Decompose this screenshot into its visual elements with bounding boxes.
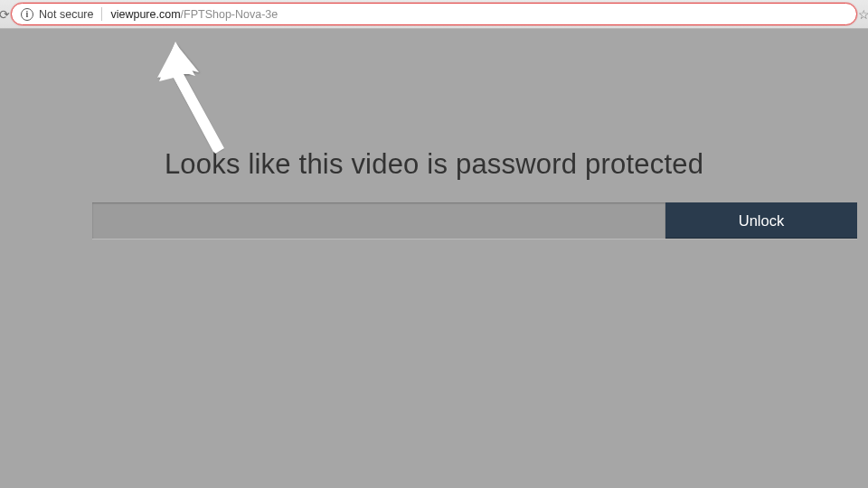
page-content: Looks like this video is password protec…: [0, 29, 868, 488]
unlock-form: Unlock: [92, 202, 857, 239]
svg-marker-2: [165, 43, 190, 74]
info-icon[interactable]: i: [21, 8, 33, 21]
svg-marker-1: [157, 43, 175, 78]
password-input[interactable]: [92, 202, 665, 239]
url-host: viewpure.com: [110, 8, 180, 21]
reload-icon[interactable]: ⟳: [0, 0, 9, 29]
url-path: /FPTShop-Nova-3e: [181, 8, 278, 21]
annotation-arrow-icon: [136, 38, 244, 155]
unlock-button[interactable]: Unlock: [665, 202, 857, 239]
bookmark-icon[interactable]: ☆: [859, 0, 868, 29]
browser-toolbar: ⟳ ☆ i Not secure viewpure.com/FPTShop-No…: [0, 0, 868, 29]
divider: [101, 7, 102, 21]
address-bar[interactable]: i Not secure viewpure.com/FPTShop-Nova-3…: [11, 3, 857, 25]
page-heading: Looks like this video is password protec…: [0, 148, 868, 181]
svg-marker-5: [159, 42, 224, 154]
svg-marker-4: [159, 43, 222, 152]
security-label: Not secure: [39, 8, 93, 21]
svg-marker-0: [175, 43, 199, 72]
